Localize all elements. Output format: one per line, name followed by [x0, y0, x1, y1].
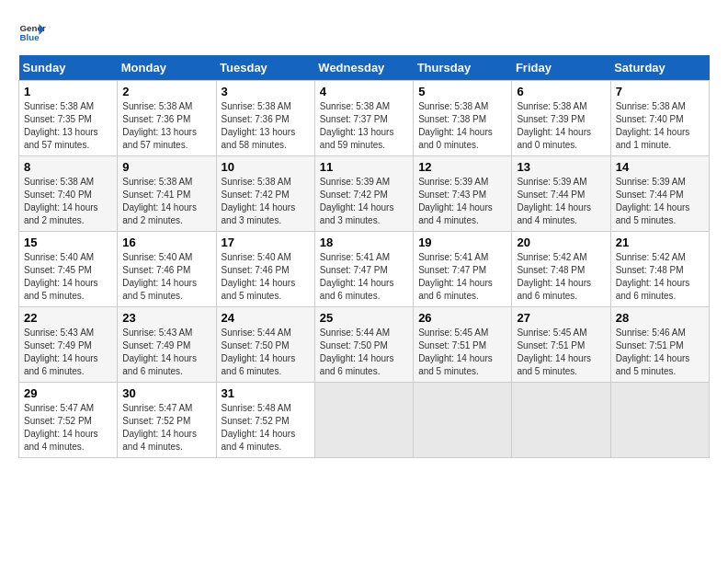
calendar-cell: 2 Sunrise: 5:38 AMSunset: 7:36 PMDayligh…: [118, 81, 216, 156]
calendar-cell: 28 Sunrise: 5:46 AMSunset: 7:51 PMDaylig…: [610, 307, 709, 383]
logo: General Blue: [18, 18, 50, 46]
calendar-cell: 10 Sunrise: 5:38 AMSunset: 7:42 PMDaylig…: [216, 156, 314, 232]
day-info: Sunrise: 5:43 AMSunset: 7:49 PMDaylight:…: [122, 327, 197, 376]
day-info: Sunrise: 5:43 AMSunset: 7:49 PMDaylight:…: [24, 327, 98, 376]
day-number: 6: [517, 85, 605, 98]
calendar-cell: 25 Sunrise: 5:44 AMSunset: 7:50 PMDaylig…: [314, 307, 413, 383]
weekday-header-tuesday: Tuesday: [216, 55, 314, 81]
day-number: 4: [320, 85, 408, 98]
day-info: Sunrise: 5:38 AMSunset: 7:39 PMDaylight:…: [517, 101, 591, 150]
day-number: 1: [24, 85, 112, 98]
day-number: 24: [222, 311, 310, 325]
day-info: Sunrise: 5:38 AMSunset: 7:42 PMDaylight:…: [222, 177, 296, 225]
calendar-week-5: 29 Sunrise: 5:47 AMSunset: 7:52 PMDaylig…: [19, 383, 710, 458]
day-number: 15: [24, 236, 112, 249]
day-number: 29: [24, 386, 112, 400]
day-number: 10: [222, 160, 310, 174]
calendar-cell: 14 Sunrise: 5:39 AMSunset: 7:44 PMDaylig…: [610, 156, 709, 232]
calendar-cell: 7 Sunrise: 5:38 AMSunset: 7:40 PMDayligh…: [610, 81, 709, 156]
day-number: 2: [122, 85, 210, 98]
day-number: 30: [122, 386, 210, 400]
day-info: Sunrise: 5:40 AMSunset: 7:45 PMDaylight:…: [24, 252, 98, 301]
day-info: Sunrise: 5:39 AMSunset: 7:44 PMDaylight:…: [616, 177, 690, 225]
calendar-week-2: 8 Sunrise: 5:38 AMSunset: 7:40 PMDayligh…: [19, 156, 710, 232]
day-number: 14: [616, 160, 704, 174]
day-info: Sunrise: 5:41 AMSunset: 7:47 PMDaylight:…: [320, 252, 394, 301]
day-info: Sunrise: 5:42 AMSunset: 7:48 PMDaylight:…: [517, 252, 591, 301]
day-info: Sunrise: 5:38 AMSunset: 7:41 PMDaylight:…: [122, 177, 197, 225]
day-number: 11: [320, 160, 408, 174]
day-number: 22: [24, 311, 112, 325]
calendar-cell: 26 Sunrise: 5:45 AMSunset: 7:51 PMDaylig…: [414, 307, 512, 383]
header: General Blue: [18, 18, 710, 46]
weekday-header-friday: Friday: [512, 55, 610, 81]
calendar-cell: [414, 383, 512, 458]
day-info: Sunrise: 5:38 AMSunset: 7:36 PMDaylight:…: [222, 101, 296, 150]
day-number: 12: [418, 160, 506, 174]
calendar-cell: 19 Sunrise: 5:41 AMSunset: 7:47 PMDaylig…: [414, 232, 512, 307]
calendar-cell: 16 Sunrise: 5:40 AMSunset: 7:46 PMDaylig…: [118, 232, 216, 307]
calendar-cell: 18 Sunrise: 5:41 AMSunset: 7:47 PMDaylig…: [314, 232, 413, 307]
day-info: Sunrise: 5:39 AMSunset: 7:42 PMDaylight:…: [320, 177, 394, 225]
day-number: 17: [222, 236, 310, 249]
day-number: 28: [616, 311, 704, 325]
weekday-header-sunday: Sunday: [19, 55, 118, 81]
calendar-cell: 4 Sunrise: 5:38 AMSunset: 7:37 PMDayligh…: [314, 81, 413, 156]
day-info: Sunrise: 5:38 AMSunset: 7:38 PMDaylight:…: [418, 101, 493, 150]
weekday-header-wednesday: Wednesday: [314, 55, 413, 81]
calendar-cell: 1 Sunrise: 5:38 AMSunset: 7:35 PMDayligh…: [19, 81, 118, 156]
calendar-week-3: 15 Sunrise: 5:40 AMSunset: 7:45 PMDaylig…: [19, 232, 710, 307]
day-info: Sunrise: 5:38 AMSunset: 7:37 PMDaylight:…: [320, 101, 394, 150]
day-number: 13: [517, 160, 605, 174]
weekday-header-saturday: Saturday: [610, 55, 709, 81]
calendar-cell: 17 Sunrise: 5:40 AMSunset: 7:46 PMDaylig…: [216, 232, 314, 307]
day-info: Sunrise: 5:41 AMSunset: 7:47 PMDaylight:…: [418, 252, 493, 301]
calendar-cell: 5 Sunrise: 5:38 AMSunset: 7:38 PMDayligh…: [414, 81, 512, 156]
calendar-cell: 6 Sunrise: 5:38 AMSunset: 7:39 PMDayligh…: [512, 81, 610, 156]
weekday-header-thursday: Thursday: [414, 55, 512, 81]
day-info: Sunrise: 5:45 AMSunset: 7:51 PMDaylight:…: [517, 327, 591, 376]
day-info: Sunrise: 5:38 AMSunset: 7:40 PMDaylight:…: [24, 177, 98, 225]
calendar-cell: [314, 383, 413, 458]
day-number: 20: [517, 236, 605, 249]
day-info: Sunrise: 5:46 AMSunset: 7:51 PMDaylight:…: [616, 327, 690, 376]
calendar-cell: 8 Sunrise: 5:38 AMSunset: 7:40 PMDayligh…: [19, 156, 118, 232]
calendar-cell: 13 Sunrise: 5:39 AMSunset: 7:44 PMDaylig…: [512, 156, 610, 232]
day-info: Sunrise: 5:47 AMSunset: 7:52 PMDaylight:…: [24, 403, 98, 452]
calendar-cell: [610, 383, 709, 458]
day-number: 21: [616, 236, 704, 249]
day-number: 3: [222, 85, 310, 98]
day-info: Sunrise: 5:44 AMSunset: 7:50 PMDaylight:…: [222, 327, 296, 376]
calendar-week-1: 1 Sunrise: 5:38 AMSunset: 7:35 PMDayligh…: [19, 81, 710, 156]
calendar-cell: 22 Sunrise: 5:43 AMSunset: 7:49 PMDaylig…: [19, 307, 118, 383]
weekday-header-monday: Monday: [118, 55, 216, 81]
calendar-cell: 20 Sunrise: 5:42 AMSunset: 7:48 PMDaylig…: [512, 232, 610, 307]
calendar-cell: 29 Sunrise: 5:47 AMSunset: 7:52 PMDaylig…: [19, 383, 118, 458]
calendar-cell: 9 Sunrise: 5:38 AMSunset: 7:41 PMDayligh…: [118, 156, 216, 232]
day-number: 25: [320, 311, 408, 325]
svg-text:Blue: Blue: [20, 32, 40, 42]
calendar-cell: 30 Sunrise: 5:47 AMSunset: 7:52 PMDaylig…: [118, 383, 216, 458]
calendar-week-4: 22 Sunrise: 5:43 AMSunset: 7:49 PMDaylig…: [19, 307, 710, 383]
day-number: 26: [418, 311, 506, 325]
day-number: 23: [122, 311, 210, 325]
calendar-cell: 23 Sunrise: 5:43 AMSunset: 7:49 PMDaylig…: [118, 307, 216, 383]
calendar-cell: 12 Sunrise: 5:39 AMSunset: 7:43 PMDaylig…: [414, 156, 512, 232]
day-info: Sunrise: 5:39 AMSunset: 7:43 PMDaylight:…: [418, 177, 493, 225]
day-info: Sunrise: 5:48 AMSunset: 7:52 PMDaylight:…: [222, 403, 296, 452]
day-number: 18: [320, 236, 408, 249]
day-number: 9: [122, 160, 210, 174]
day-number: 31: [222, 386, 310, 400]
calendar-body: 1 Sunrise: 5:38 AMSunset: 7:35 PMDayligh…: [19, 81, 710, 458]
day-info: Sunrise: 5:42 AMSunset: 7:48 PMDaylight:…: [616, 252, 690, 301]
day-info: Sunrise: 5:47 AMSunset: 7:52 PMDaylight:…: [122, 403, 197, 452]
day-number: 8: [24, 160, 112, 174]
weekday-header: SundayMondayTuesdayWednesdayThursdayFrid…: [19, 55, 710, 81]
day-info: Sunrise: 5:38 AMSunset: 7:36 PMDaylight:…: [122, 101, 197, 150]
day-number: 19: [418, 236, 506, 249]
calendar-table: SundayMondayTuesdayWednesdayThursdayFrid…: [18, 55, 710, 458]
calendar-cell: 21 Sunrise: 5:42 AMSunset: 7:48 PMDaylig…: [610, 232, 709, 307]
day-info: Sunrise: 5:40 AMSunset: 7:46 PMDaylight:…: [222, 252, 296, 301]
day-info: Sunrise: 5:39 AMSunset: 7:44 PMDaylight:…: [517, 177, 591, 225]
day-info: Sunrise: 5:38 AMSunset: 7:35 PMDaylight:…: [24, 101, 98, 150]
